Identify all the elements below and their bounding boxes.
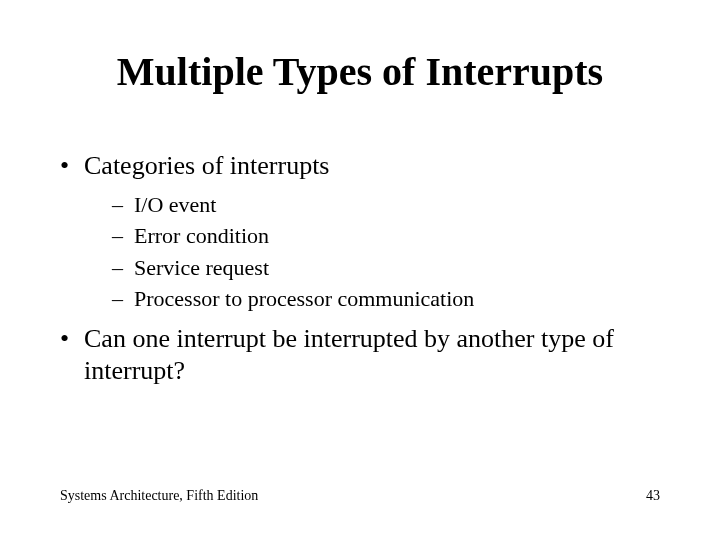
sub-bullet-text: Processor to processor communication <box>134 286 474 311</box>
slide: Multiple Types of Interrupts Categories … <box>0 0 720 540</box>
slide-body: Categories of interrupts I/O event Error… <box>60 150 660 398</box>
sub-bullet-item: Service request <box>112 254 660 282</box>
sub-bullet-text: Service request <box>134 255 269 280</box>
slide-title: Multiple Types of Interrupts <box>0 48 720 95</box>
sub-bullet-text: Error condition <box>134 223 269 248</box>
sub-bullet-text: I/O event <box>134 192 216 217</box>
sub-bullet-item: Error condition <box>112 222 660 250</box>
sub-bullet-item: I/O event <box>112 191 660 219</box>
sub-bullet-item: Processor to processor communication <box>112 285 660 313</box>
bullet-item-question: Can one interrupt be interrupted by anot… <box>60 323 660 388</box>
bullet-text: Can one interrupt be interrupted by anot… <box>84 324 614 386</box>
footer-source: Systems Architecture, Fifth Edition <box>60 488 258 504</box>
bullet-item-categories: Categories of interrupts I/O event Error… <box>60 150 660 313</box>
bullet-text: Categories of interrupts <box>84 151 330 180</box>
sub-bullet-list: I/O event Error condition Service reques… <box>112 191 660 313</box>
footer-page-number: 43 <box>646 488 660 504</box>
bullet-list: Categories of interrupts I/O event Error… <box>60 150 660 388</box>
